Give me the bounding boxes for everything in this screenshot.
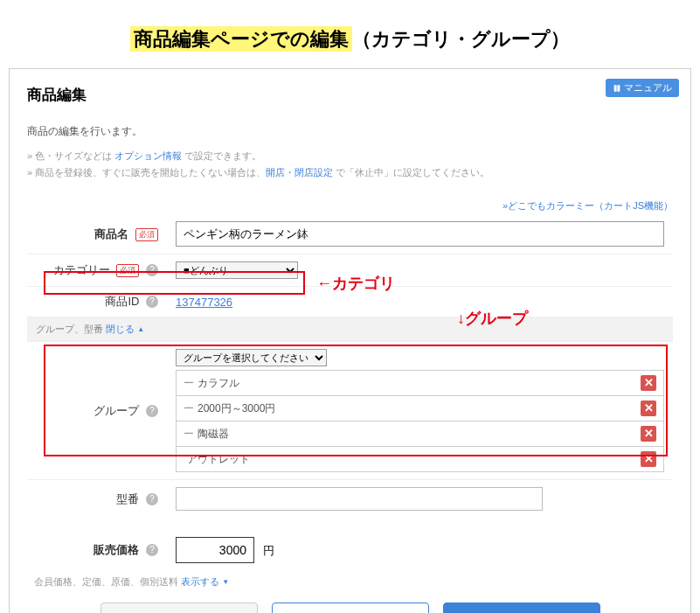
form-table: 商品名 必須 カテゴリー 必須 ? ■どんぶり: [27, 214, 673, 518]
category-select[interactable]: ■どんぶり: [176, 261, 298, 279]
lead-text: 商品の編集を行います。: [27, 124, 673, 139]
required-badge: 必須: [116, 264, 139, 277]
model-label: 型番 ?: [27, 480, 167, 519]
chevron-down-icon: ▼: [222, 578, 229, 586]
group-delete-button[interactable]: ✕: [641, 426, 656, 442]
save-button[interactable]: 保存: [443, 603, 600, 613]
help-icon[interactable]: ?: [146, 264, 158, 276]
group-item: ー陶磁器✕: [176, 421, 664, 447]
annotation-group-text: ↓グループ: [457, 308, 528, 329]
help-icon[interactable]: ?: [146, 405, 158, 417]
price-label: 販売価格 ?: [27, 530, 167, 570]
product-name-label: 商品名 必須: [27, 214, 167, 254]
group-delete-button[interactable]: ✕: [641, 375, 656, 391]
model-input[interactable]: [176, 487, 543, 511]
group-item: ーカラフル✕: [176, 370, 664, 396]
open-close-settings-link[interactable]: 開店・閉店設定: [266, 167, 333, 178]
section-heading: 商品編集: [27, 85, 673, 105]
group-item-label: 陶磁器: [198, 427, 229, 442]
product-name-input[interactable]: [176, 221, 664, 247]
group-item-prefix: ー: [184, 427, 194, 442]
price-extra-accordion[interactable]: 会員価格、定価、原価、個別送料 表示する ▼: [27, 570, 673, 590]
group-model-accordion[interactable]: グループ、型番 閉じる ▲: [27, 317, 673, 342]
group-delete-button[interactable]: ✕: [641, 401, 656, 416]
expand-link[interactable]: 表示する: [181, 576, 219, 587]
page-title: 商品編集ページでの編集（カテゴリ・グループ）: [9, 9, 691, 68]
help-icon[interactable]: ?: [146, 493, 158, 505]
group-item-prefix: ー: [184, 376, 194, 391]
manual-button[interactable]: マニュアル: [606, 79, 679, 97]
option-info-link[interactable]: オプション情報: [114, 150, 182, 161]
book-icon: [613, 84, 621, 93]
required-badge: 必須: [135, 228, 158, 241]
group-select[interactable]: グループを選択してください: [176, 349, 327, 366]
product-id-label: 商品ID ?: [27, 287, 167, 317]
group-item-label: カラフル: [198, 376, 239, 391]
price-input[interactable]: [176, 537, 254, 563]
category-label: カテゴリー 必須 ?: [27, 254, 167, 287]
notes: » 色・サイズなどは オプション情報 で設定できます。 » 商品を登録後、すぐに…: [27, 148, 673, 180]
help-icon[interactable]: ?: [146, 544, 158, 556]
back-button[interactable]: もどる: [100, 603, 258, 613]
chevron-up-icon: ▲: [137, 325, 144, 333]
help-icon[interactable]: ?: [146, 296, 158, 308]
group-item-label: 2000円～3000円: [198, 401, 275, 416]
accordion-close-link[interactable]: 閉じる: [106, 324, 135, 334]
product-id-link[interactable]: 137477326: [176, 296, 232, 309]
copy-button[interactable]: コピー: [272, 603, 429, 613]
group-item-label: アウトレット: [187, 452, 250, 467]
group-label: グループ ?: [27, 342, 167, 480]
price-unit: 円: [263, 544, 274, 557]
editor-panel: マニュアル 商品編集 商品の編集を行います。 » 色・サイズなどは オプション情…: [9, 68, 691, 613]
cartjs-link[interactable]: »どこでもカラーミー（カートJS機能）: [502, 200, 673, 211]
group-item: ー2000円～3000円✕: [176, 396, 664, 421]
group-item: アウトレット✕: [176, 447, 664, 472]
group-item-prefix: ー: [184, 401, 194, 416]
group-delete-button[interactable]: ✕: [641, 451, 656, 467]
annotation-category-text: ←カテゴリ: [316, 273, 395, 294]
